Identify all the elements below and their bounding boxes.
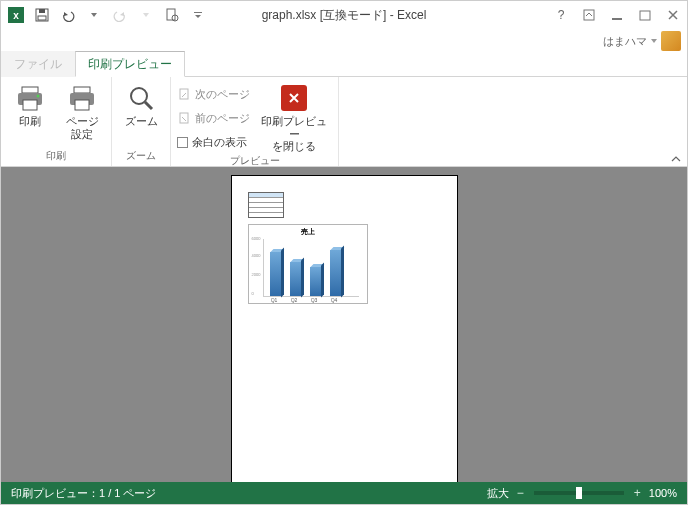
tab-file[interactable]: ファイル <box>1 51 75 77</box>
show-margins-toggle[interactable]: 余白の表示 <box>177 131 250 153</box>
preview-page: 売上 0 2000 4000 6000 Q1Q2Q3Q4 <box>231 175 458 482</box>
svg-rect-5 <box>167 9 175 20</box>
prev-page-label: 前のページ <box>195 111 250 126</box>
chart-bar <box>310 267 321 296</box>
prev-page-icon <box>177 111 191 125</box>
maximize-icon[interactable] <box>631 3 659 27</box>
print-label: 印刷 <box>19 115 41 128</box>
user-dropdown-icon[interactable] <box>651 38 657 44</box>
zoom-in-button[interactable]: + <box>634 486 641 500</box>
ribbon-options-icon[interactable] <box>575 3 603 27</box>
zoom-label: ズーム <box>125 115 158 128</box>
svg-rect-3 <box>39 9 45 13</box>
chart-plot: 0 2000 4000 6000 <box>263 239 359 297</box>
chart-x-label: Q1 <box>269 297 280 303</box>
status-page-info: 印刷プレビュー：1 / 1 ページ <box>11 486 487 501</box>
svg-point-14 <box>37 95 40 98</box>
next-page-button: 次のページ <box>177 83 250 105</box>
svg-rect-17 <box>75 100 89 110</box>
tab-print-preview[interactable]: 印刷プレビュー <box>75 51 185 77</box>
zoom-button[interactable]: ズーム <box>118 79 164 128</box>
prev-page-button: 前のページ <box>177 107 250 129</box>
help-icon[interactable]: ? <box>547 3 575 27</box>
excel-icon[interactable]: x <box>5 4 27 26</box>
close-icon[interactable] <box>659 3 687 27</box>
checkbox-icon <box>177 137 188 148</box>
undo-dropdown-icon[interactable] <box>83 4 105 26</box>
next-page-label: 次のページ <box>195 87 250 102</box>
close-preview-label: 印刷プレビュー を閉じる <box>256 115 332 153</box>
group-preview: 次のページ 前のページ 余白の表示 印刷プレビュー を閉じる <box>171 77 339 166</box>
chart-bar <box>290 262 301 296</box>
chart-x-labels: Q1Q2Q3Q4 <box>263 297 365 303</box>
page-setup-icon <box>67 83 97 113</box>
redo-dropdown-icon[interactable] <box>135 4 157 26</box>
zoom-mode-label[interactable]: 拡大 <box>487 486 509 501</box>
svg-rect-10 <box>640 11 650 20</box>
ribbon: 印刷 ページ 設定 印刷 ズーム ズーム <box>1 77 687 167</box>
chart-bar <box>270 252 281 296</box>
chart-title: 売上 <box>251 227 365 237</box>
svg-rect-11 <box>22 87 38 93</box>
embedded-table <box>248 192 284 218</box>
print-button[interactable]: 印刷 <box>7 79 53 128</box>
status-bar: 印刷プレビュー：1 / 1 ページ 拡大 − + 100% <box>1 482 687 504</box>
svg-text:x: x <box>13 10 19 21</box>
zoom-out-button[interactable]: − <box>517 486 524 500</box>
redo-icon[interactable] <box>109 4 131 26</box>
close-preview-button[interactable]: 印刷プレビュー を閉じる <box>256 79 332 153</box>
svg-rect-13 <box>23 100 37 110</box>
group-print-label: 印刷 <box>7 148 105 164</box>
group-zoom-label: ズーム <box>118 148 164 164</box>
svg-rect-9 <box>612 18 622 20</box>
svg-rect-21 <box>180 113 188 123</box>
qat-dropdown-icon[interactable] <box>187 4 209 26</box>
save-icon[interactable] <box>31 4 53 26</box>
user-bar: はまハマ <box>1 29 687 53</box>
group-print: 印刷 ページ 設定 印刷 <box>1 77 112 166</box>
page-setup-label: ページ 設定 <box>66 115 99 140</box>
svg-line-19 <box>145 102 152 109</box>
undo-icon[interactable] <box>57 4 79 26</box>
svg-rect-20 <box>180 89 188 99</box>
svg-rect-7 <box>194 12 202 13</box>
close-red-icon <box>281 85 307 111</box>
embedded-chart: 売上 0 2000 4000 6000 Q1Q2Q3Q4 <box>248 224 368 304</box>
magnifier-icon <box>126 83 156 113</box>
window-title: graph.xlsx [互換モード] - Excel <box>262 7 427 24</box>
minimize-icon[interactable] <box>603 3 631 27</box>
window-controls: ? <box>547 3 687 27</box>
next-page-icon <box>177 87 191 101</box>
chart-bar <box>330 250 341 296</box>
svg-rect-4 <box>38 16 46 20</box>
collapse-ribbon-icon[interactable] <box>671 154 681 164</box>
zoom-percent[interactable]: 100% <box>649 487 677 499</box>
svg-point-18 <box>131 88 147 104</box>
group-zoom: ズーム ズーム <box>112 77 171 166</box>
title-bar: x graph.xlsx [互換モード] - Excel ? <box>1 1 687 29</box>
printer-icon <box>15 83 45 113</box>
chart-x-label: Q3 <box>309 297 320 303</box>
svg-rect-15 <box>74 87 90 93</box>
avatar[interactable] <box>661 31 681 51</box>
svg-rect-8 <box>584 10 594 20</box>
ribbon-tabs: ファイル 印刷プレビュー <box>1 53 687 77</box>
group-preview-label: プレビュー <box>177 153 332 169</box>
show-margins-label: 余白の表示 <box>192 135 247 150</box>
chart-x-label: Q2 <box>289 297 300 303</box>
preview-area[interactable]: 売上 0 2000 4000 6000 Q1Q2Q3Q4 <box>1 167 687 482</box>
user-name[interactable]: はまハマ <box>603 34 647 49</box>
zoom-slider[interactable] <box>534 491 624 495</box>
chart-x-label: Q4 <box>329 297 340 303</box>
page-setup-button[interactable]: ページ 設定 <box>59 79 105 140</box>
preview-icon[interactable] <box>161 4 183 26</box>
quick-access-toolbar: x <box>1 4 209 26</box>
